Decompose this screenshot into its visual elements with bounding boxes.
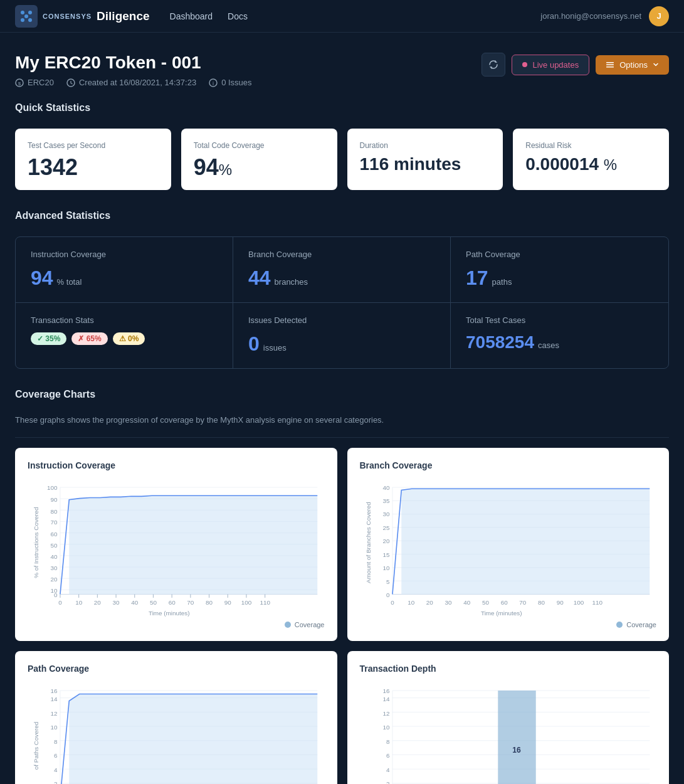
svg-text:16: 16 <box>382 687 390 694</box>
svg-text:30: 30 <box>445 599 452 606</box>
options-button[interactable]: Options <box>596 55 669 75</box>
adv-cell-issues: Issues Detected 0 issues <box>233 303 451 368</box>
svg-text:0: 0 <box>386 591 390 598</box>
page-title-left: My ERC20 Token - 001 $ ERC20 Created at … <box>15 53 252 87</box>
coverage-charts-subtitle: These graphs shows the progression of co… <box>15 415 669 425</box>
svg-text:10: 10 <box>408 599 415 606</box>
svg-text:20: 20 <box>94 599 102 606</box>
chart-path-title: Path Coverage <box>28 664 325 674</box>
svg-text:20: 20 <box>426 599 433 606</box>
bar-label-16: 16 <box>512 746 521 755</box>
coverage-charts-section: Coverage Charts These graphs shows the p… <box>15 389 669 784</box>
chart-instruction-area: 0 10 20 30 40 50 60 70 80 90 100 % of In… <box>28 480 325 618</box>
svg-text:12: 12 <box>382 709 389 716</box>
svg-text:6: 6 <box>54 751 58 758</box>
svg-text:60: 60 <box>51 531 58 538</box>
page-title: My ERC20 Token - 001 <box>15 53 252 73</box>
svg-text:90: 90 <box>51 496 58 503</box>
stat-label-2: Duration <box>360 141 491 150</box>
nav-docs[interactable]: Docs <box>228 11 248 21</box>
adv-value-path: 17 <box>466 267 488 290</box>
adv-cell-path: Path Coverage 17 paths <box>451 237 668 303</box>
adv-value-issues: 0 <box>248 332 260 356</box>
legend-dot-2 <box>616 622 623 628</box>
svg-text:50: 50 <box>150 599 157 606</box>
stat-value-3: 0.000014 % <box>525 155 656 174</box>
svg-text:i: i <box>213 80 214 87</box>
chart-path: Path Coverage <box>15 651 337 784</box>
nav-right: joran.honig@consensys.net J <box>540 6 669 26</box>
nav-dashboard[interactable]: Dashboard <box>170 11 213 21</box>
svg-text:2: 2 <box>386 780 390 784</box>
user-avatar[interactable]: J <box>649 6 669 26</box>
page-actions: Live updates Options <box>481 53 669 77</box>
adv-sub-path: paths <box>492 277 512 287</box>
meta-token-type: $ ERC20 <box>15 78 54 87</box>
svg-text:50: 50 <box>51 541 58 548</box>
chart-instruction-svg: 0 10 20 30 40 50 60 70 80 90 100 % of In… <box>28 480 325 618</box>
svg-text:60: 60 <box>500 599 508 606</box>
svg-marker-118 <box>60 694 317 784</box>
chart-branch-legend: Coverage <box>360 621 657 628</box>
chart-transaction-title: Transaction Depth <box>360 664 657 674</box>
svg-text:100: 100 <box>573 599 584 606</box>
quick-stats-title: Quick Statistics <box>15 102 669 119</box>
logo: CONSENSYS Diligence <box>15 5 150 28</box>
svg-text:$: $ <box>18 81 21 87</box>
meta-issues: i 0 Issues <box>209 78 251 87</box>
refresh-button[interactable] <box>481 53 505 77</box>
stat-value-1: 94% <box>194 155 325 180</box>
svg-point-1 <box>21 11 24 14</box>
chart-branch-area: 0 5 10 15 20 25 30 35 40 Amount of Branc… <box>360 480 657 618</box>
svg-text:8: 8 <box>54 738 58 744</box>
legend-label-2: Coverage <box>626 621 656 628</box>
adv-value-testcases: 7058254 <box>466 332 534 352</box>
svg-point-2 <box>28 11 32 14</box>
svg-text:30: 30 <box>51 564 58 571</box>
adv-label-branch: Branch Coverage <box>248 250 435 259</box>
svg-rect-12 <box>606 65 614 66</box>
svg-text:80: 80 <box>206 599 213 606</box>
charts-grid: Instruction Coverage <box>15 448 669 784</box>
svg-text:80: 80 <box>538 599 545 606</box>
adv-value-row-testcases: 7058254 cases <box>466 332 653 352</box>
adv-cell-transaction: Transaction Stats ✓ 35% ✗ 65% ⚠ 0% <box>16 303 233 368</box>
adv-cell-testcases: Total Test Cases 7058254 cases <box>451 303 668 368</box>
stats-grid: Test Cases per Second 1342 Total Code Co… <box>15 129 669 190</box>
advanced-stats-section: Advanced Statistics Instruction Coverage… <box>15 210 669 369</box>
svg-text:8: 8 <box>386 738 390 744</box>
stat-card-1: Total Code Coverage 94% <box>181 129 337 190</box>
svg-text:25: 25 <box>382 524 390 531</box>
svg-text:of Paths Covered: of Paths Covered <box>33 721 39 769</box>
svg-text:% of Instructions Covered: % of Instructions Covered <box>33 507 39 578</box>
svg-point-4 <box>28 18 32 22</box>
svg-text:60: 60 <box>169 599 176 606</box>
clock-icon <box>66 78 75 87</box>
svg-text:40: 40 <box>382 484 390 491</box>
options-icon <box>606 60 614 69</box>
options-label: Options <box>619 60 648 70</box>
adv-cell-instruction: Instruction Coverage 94 % total <box>16 237 233 303</box>
adv-sub-issues: issues <box>263 343 287 352</box>
adv-value-row-instruction: 94 % total <box>31 267 218 290</box>
brand-name: Diligence <box>97 9 149 23</box>
page-meta: $ ERC20 Created at 16/08/2021, 14:37:23 … <box>15 78 252 87</box>
chart-branch-svg: 0 5 10 15 20 25 30 35 40 Amount of Branc… <box>360 480 657 618</box>
svg-text:40: 40 <box>51 553 58 560</box>
stat-card-2: Duration 116 minutes <box>347 129 503 190</box>
adv-sub-branch: branches <box>275 277 308 287</box>
svg-text:40: 40 <box>131 599 139 606</box>
token-icon: $ <box>15 78 24 87</box>
svg-rect-13 <box>606 66 614 68</box>
advanced-stats-title: Advanced Statistics <box>15 210 669 226</box>
live-updates-button[interactable]: Live updates <box>512 55 589 75</box>
svg-text:100: 100 <box>241 599 252 606</box>
svg-rect-11 <box>606 62 614 63</box>
divider <box>15 437 669 438</box>
chart-transaction-area: 0 2 4 6 8 10 12 14 16 <box>360 684 657 784</box>
svg-text:Time (minutes): Time (minutes) <box>480 609 522 616</box>
svg-text:Time (minutes): Time (minutes) <box>149 609 190 616</box>
adv-sub-testcases: cases <box>538 341 559 350</box>
svg-marker-38 <box>60 495 317 594</box>
svg-text:4: 4 <box>386 766 390 773</box>
